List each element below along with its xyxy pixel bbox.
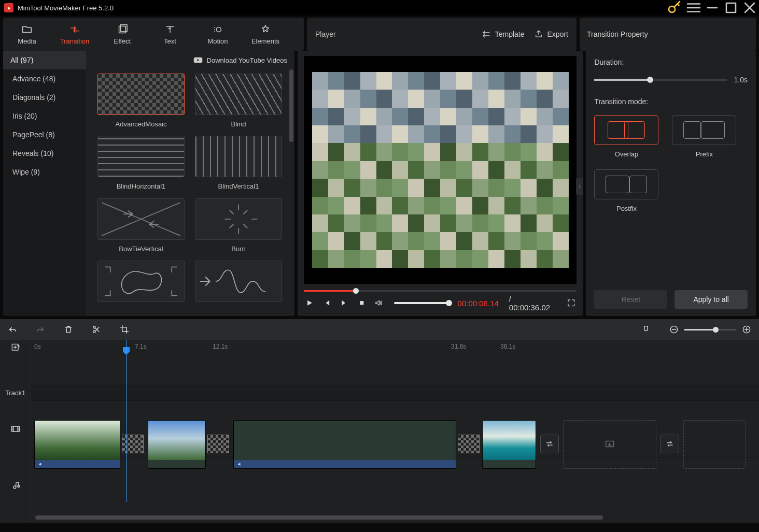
mode-postfix[interactable]: Postfix (594, 169, 658, 212)
zoom-out-icon[interactable] (669, 324, 679, 335)
category-all[interactable]: All (97) (3, 51, 86, 69)
svg-rect-6 (360, 301, 363, 305)
swap-icon-2[interactable] (660, 435, 679, 453)
transition-1[interactable] (122, 435, 144, 453)
swap-icon-1[interactable] (540, 435, 559, 453)
track-label: Track1 (0, 385, 31, 400)
svg-rect-1 (726, 3, 736, 12)
svg-rect-2 (119, 26, 126, 33)
minimize-icon[interactable] (703, 0, 722, 16)
svg-rect-12 (11, 426, 19, 432)
title-bar: ● MiniTool MovieMaker Free 5.2.0 (0, 0, 759, 16)
zoom-slider[interactable] (684, 329, 736, 330)
drop-zone-1[interactable] (563, 420, 656, 469)
transition-3[interactable] (458, 435, 480, 453)
tab-media[interactable]: Media (3, 19, 51, 49)
prev-frame-icon[interactable] (322, 298, 332, 308)
timecode-current: 00:00:06.14 (458, 299, 499, 308)
timeline: Track1 0s 7.1s 12.1s 31.6s 36.1s (0, 340, 759, 523)
add-track-icon[interactable] (0, 340, 31, 355)
apply-to-all-button[interactable]: Apply to all (674, 290, 748, 309)
browser-vscroll[interactable] (289, 69, 293, 142)
transition-item[interactable]: Blind (195, 74, 282, 133)
tab-transition[interactable]: Transition (51, 19, 99, 49)
mode-prefix[interactable]: Prefix (672, 115, 736, 158)
clip-4[interactable] (482, 420, 536, 469)
category-reveals[interactable]: Reveals (10) (3, 144, 86, 163)
volume-slider[interactable] (394, 302, 449, 304)
reset-button[interactable]: Reset (594, 290, 667, 309)
clip-3[interactable] (233, 420, 456, 469)
player-title: Player (315, 30, 472, 38)
download-youtube-link[interactable]: Download YouTube Videos (86, 51, 294, 69)
category-iris[interactable]: Iris (20) (3, 107, 86, 125)
category-pagepeel[interactable]: PagePeel (8) (3, 125, 86, 144)
playhead[interactable] (126, 340, 126, 502)
property-panel: Duration: 1.0s Transition mode: Overlap … (586, 51, 756, 316)
transition-item[interactable]: Burn (195, 198, 282, 257)
category-advance[interactable]: Advance (48) (3, 69, 86, 88)
transition-item[interactable]: BowTieVertical (97, 198, 185, 257)
fullscreen-icon[interactable] (567, 298, 576, 308)
player-header: Player Template Export (307, 18, 577, 51)
transition-item[interactable]: AdvancedMosaic (97, 74, 185, 133)
redo-icon[interactable] (35, 324, 46, 335)
clip-1[interactable] (34, 420, 120, 469)
duration-label: Duration: (594, 58, 748, 66)
ribbon-tabs: Media Transition Effect Text Motion Elem… (3, 18, 304, 51)
category-wipe[interactable]: Wipe (9) (3, 163, 86, 181)
mode-overlap[interactable]: Overlap (594, 115, 658, 158)
category-sidebar: All (97) Advance (48) Diagonals (2) Iris… (3, 51, 86, 316)
seek-bar[interactable] (304, 287, 577, 294)
app-title: MiniTool MovieMaker Free 5.2.0 (18, 4, 666, 12)
maximize-icon[interactable] (722, 0, 740, 16)
tab-motion[interactable]: Motion (194, 19, 242, 49)
tab-text[interactable]: Text (146, 19, 194, 49)
clip-2[interactable] (148, 420, 206, 469)
snap-icon[interactable] (641, 324, 651, 335)
close-icon[interactable] (740, 0, 759, 16)
delete-icon[interactable] (63, 324, 74, 335)
stop-icon[interactable] (357, 298, 367, 308)
svg-point-4 (216, 27, 221, 32)
tab-elements[interactable]: Elements (242, 19, 289, 49)
duration-slider[interactable] (594, 79, 726, 81)
license-key-icon[interactable] (666, 0, 684, 16)
duration-value: 1.0s (734, 76, 748, 84)
play-icon[interactable] (305, 298, 314, 308)
transition-item[interactable] (97, 261, 185, 312)
player-panel: 00:00:06.14 / 00:00:36.02 (298, 51, 583, 316)
drop-zone-2[interactable] (683, 420, 746, 469)
export-button[interactable]: Export (534, 30, 568, 39)
property-header: Transition Property (580, 18, 756, 51)
transition-item[interactable]: BlindHorizontal1 (97, 136, 185, 195)
preview-canvas (304, 56, 577, 284)
track-spacer (0, 355, 31, 385)
svg-rect-3 (120, 24, 127, 31)
audio-track-icon (0, 457, 31, 514)
template-button[interactable]: Template (482, 30, 525, 39)
next-frame-icon[interactable] (340, 298, 349, 308)
crop-icon[interactable] (119, 324, 130, 335)
transition-item[interactable] (195, 261, 282, 312)
split-icon[interactable] (91, 324, 102, 335)
time-ruler[interactable]: 0s 7.1s 12.1s 31.6s 36.1s (31, 340, 759, 355)
video-track-icon (0, 400, 31, 457)
transition-item[interactable]: BlindVertical1 (195, 136, 282, 195)
volume-icon[interactable] (374, 298, 384, 308)
mode-label: Transition mode: (594, 97, 748, 106)
transition-browser: All (97) Advance (48) Diagonals (2) Iris… (3, 51, 294, 316)
timeline-toolbar (0, 319, 759, 340)
expand-panel-icon[interactable] (576, 178, 583, 195)
transition-2[interactable] (207, 435, 229, 453)
tab-effect[interactable]: Effect (99, 19, 146, 49)
app-logo: ● (4, 3, 13, 12)
timecode-total: / 00:00:36.02 (509, 294, 553, 312)
menu-icon[interactable] (684, 0, 703, 16)
timeline-hscroll[interactable] (35, 515, 603, 520)
undo-icon[interactable] (7, 324, 18, 335)
category-diagonals[interactable]: Diagonals (2) (3, 88, 86, 107)
zoom-in-icon[interactable] (741, 324, 752, 335)
